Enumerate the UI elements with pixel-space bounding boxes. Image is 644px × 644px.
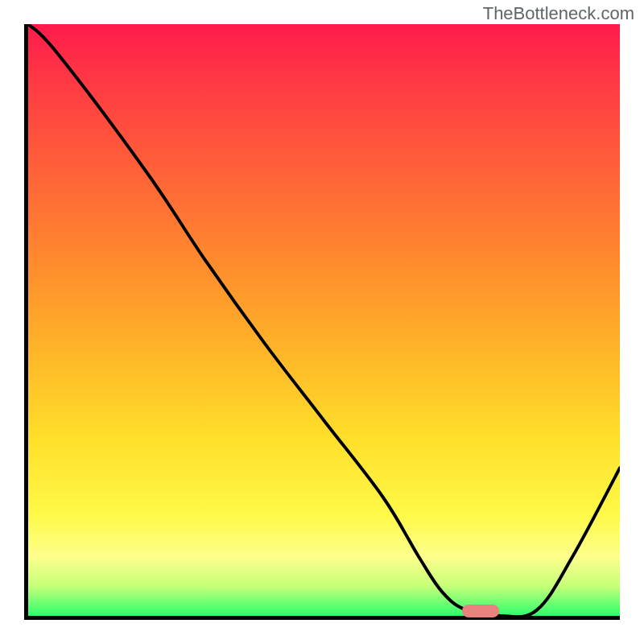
chart-plot-area <box>24 24 620 620</box>
optimum-marker <box>462 605 499 617</box>
watermark-text: TheBottleneck.com <box>483 3 634 24</box>
chart-curve <box>28 24 620 616</box>
